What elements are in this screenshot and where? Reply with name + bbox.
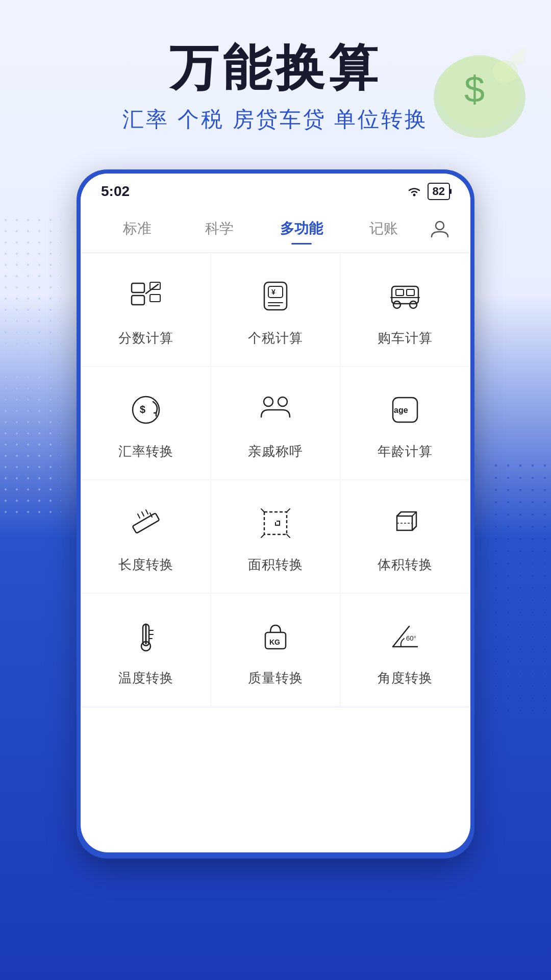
length-icon [126,503,166,544]
cell-angle[interactable]: 60° 角度转换 [341,594,469,706]
temperature-icon [126,616,166,657]
svg-line-34 [138,514,140,518]
svg-rect-9 [132,296,144,305]
svg-line-37 [287,509,290,512]
phone-inner: 5:02 82 标准 科学 多功能 记账 [81,174,470,852]
length-label: 长度转换 [118,556,173,574]
phone-mockup: 5:02 82 标准 科学 多功能 记账 [77,169,474,859]
area-icon [255,503,296,544]
cell-weight[interactable]: KG 质量转换 [211,594,340,706]
fraction-calc-label: 分数计算 [118,329,173,347]
tab-standard[interactable]: 标准 [96,215,178,242]
nav-tabs: 标准 科学 多功能 记账 [81,205,470,253]
svg-text:$: $ [140,404,145,415]
svg-rect-12 [150,295,160,302]
tab-science[interactable]: 科学 [178,215,260,242]
svg-point-7 [436,222,444,230]
area-label: 面积转换 [248,556,303,574]
cell-temperature[interactable]: 温度转换 [82,594,210,706]
status-time: 5:02 [101,183,130,200]
grid-row-4: 温度转换 KG 质量转换 [82,594,469,706]
status-bar: 5:02 82 [81,174,470,205]
exchange-icon: $ [126,389,166,430]
car-icon [385,276,425,317]
age-icon: age [385,389,425,430]
angle-icon: 60° [385,616,425,657]
tax-icon: ¥ [255,276,296,317]
svg-text:KG: KG [269,638,280,646]
svg-line-39 [287,534,290,537]
svg-point-24 [133,397,159,423]
cell-age-calc[interactable]: age 年龄计算 [341,367,469,479]
car-calc-label: 购车计算 [378,329,433,347]
svg-rect-19 [396,289,404,296]
grid-row-3: 长度转换 面积转换 [82,480,469,593]
svg-point-27 [278,397,287,406]
tab-bookkeeping[interactable]: 记账 [342,215,424,242]
wifi-icon [406,185,422,198]
subtitle: 汇率 个税 房贷车贷 单位转换 [31,105,520,134]
grid-row-1: 分数计算 ¥ 个税计算 [82,254,469,366]
svg-text:age: age [394,406,408,414]
svg-text:¥: ¥ [271,288,276,296]
fraction-icon [126,276,166,317]
svg-point-22 [410,301,417,308]
svg-point-21 [393,301,400,308]
svg-text:60°: 60° [406,634,416,642]
kinship-label: 亲戚称呼 [248,443,303,460]
tab-multifunction[interactable]: 多功能 [260,215,342,242]
volume-label: 体积转换 [378,556,433,574]
svg-line-32 [146,510,148,514]
profile-icon [430,218,450,239]
cell-length[interactable]: 长度转换 [82,480,210,593]
svg-rect-8 [132,283,144,292]
svg-line-36 [261,509,264,512]
age-calc-label: 年龄计算 [378,443,433,460]
battery-indicator: 82 [428,183,450,200]
tax-calc-label: 个税计算 [248,329,303,347]
svg-rect-20 [407,289,414,296]
header-area: 万能换算 汇率 个税 房贷车贷 单位转换 [0,0,551,154]
main-title: 万能换算 [31,41,520,95]
profile-button[interactable] [424,213,455,244]
grid-row-2: $ 汇率转换 亲戚称呼 [82,367,469,479]
cell-exchange-rate[interactable]: $ 汇率转换 [82,367,210,479]
cell-tax-calc[interactable]: ¥ 个税计算 [211,254,340,366]
svg-rect-14 [268,286,283,298]
cell-kinship[interactable]: 亲戚称呼 [211,367,340,479]
svg-rect-30 [132,513,159,533]
cell-car-calc[interactable]: 购车计算 [341,254,469,366]
cell-area[interactable]: 面积转换 [211,480,340,593]
bg-decoration-dots-left [0,214,61,521]
angle-label: 角度转换 [378,669,433,687]
svg-point-26 [264,397,273,406]
cell-volume[interactable]: 体积转换 [341,480,469,593]
grid-content: 分数计算 ¥ 个税计算 [81,253,470,708]
cell-fraction-calc[interactable]: 分数计算 [82,254,210,366]
svg-line-38 [261,534,264,537]
svg-point-6 [413,193,415,196]
status-icons: 82 [406,183,450,200]
exchange-rate-label: 汇率转换 [118,443,173,460]
svg-line-31 [142,512,144,516]
weight-label: 质量转换 [248,669,303,687]
kinship-icon [255,389,296,430]
weight-icon: KG [255,616,296,657]
temperature-label: 温度转换 [118,669,173,687]
bg-decoration-dots-right [490,459,551,715]
volume-icon [385,503,425,544]
